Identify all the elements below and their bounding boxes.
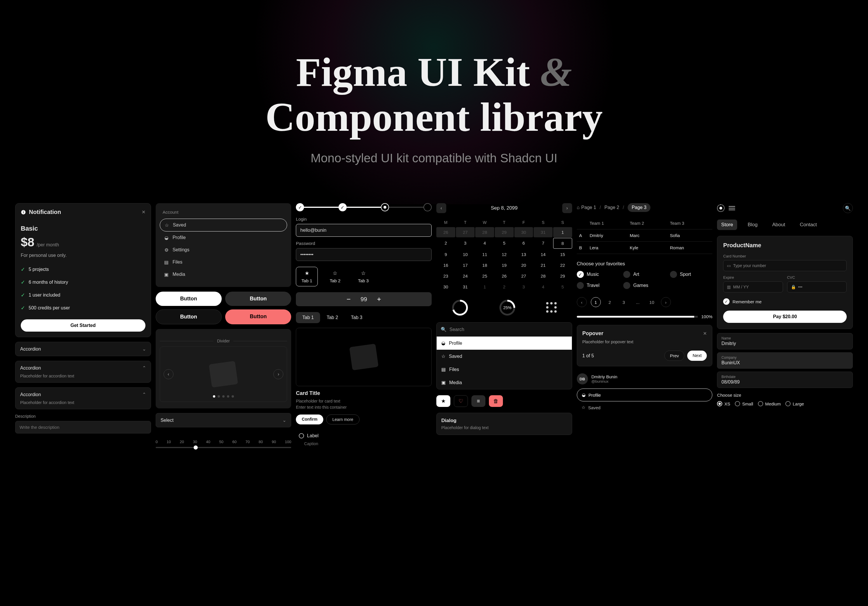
expire-input[interactable]: ▥MM / YY (723, 281, 783, 292)
calendar-day[interactable]: 2 (495, 282, 514, 292)
delete-button[interactable]: 🗑 (489, 395, 503, 407)
calendar-day[interactable]: 29 (553, 271, 572, 281)
calendar-day[interactable]: 11 (475, 249, 494, 260)
calendar-day[interactable]: 18 (475, 260, 494, 270)
calendar-day[interactable]: 30 (436, 282, 455, 292)
calendar-day[interactable]: 24 (456, 271, 475, 281)
pagination-page[interactable]: 1 (591, 297, 601, 307)
menu-item-profile[interactable]: ◒Profile (437, 337, 572, 350)
button-white[interactable]: Button (156, 292, 222, 306)
nav-tab-contact[interactable]: Contact (795, 220, 821, 230)
pagination-page[interactable]: 3 (619, 297, 629, 307)
calendar-day[interactable]: 15 (553, 249, 572, 260)
cvc-input[interactable]: 🔒••• (787, 281, 847, 292)
button-coral[interactable]: Button (225, 309, 291, 324)
calendar-day[interactable]: 26 (495, 271, 514, 281)
nav-tab-about[interactable]: About (768, 220, 789, 230)
menu-button[interactable]: ≡ (471, 395, 485, 407)
calendar-prev-button[interactable]: ‹ (436, 203, 446, 213)
name-field[interactable]: Name Dmitriy (717, 333, 853, 349)
increment-button[interactable]: + (377, 295, 381, 303)
account-item-profile[interactable]: ◒Profile (160, 232, 287, 244)
text-tab-2[interactable]: Tab 2 (320, 312, 344, 323)
nav-tab-store[interactable]: Store (717, 220, 737, 230)
card-number-input[interactable]: ▭Type your number (723, 260, 847, 271)
calendar-day[interactable]: 27 (456, 227, 475, 237)
breadcrumb-item[interactable]: ⌂Page 1 (577, 205, 596, 210)
close-icon[interactable]: ✕ (703, 331, 707, 336)
calendar-day[interactable]: 29 (495, 227, 514, 237)
button-black[interactable]: Button (156, 309, 222, 324)
calendar-day[interactable]: 6 (514, 238, 533, 249)
calendar-day[interactable]: 17 (456, 260, 475, 270)
calendar-day[interactable]: 31 (533, 227, 553, 237)
step-current[interactable] (381, 203, 389, 211)
calendar-day[interactable]: 28 (475, 227, 494, 237)
calendar-day[interactable]: 12 (495, 249, 514, 260)
breadcrumb-item-current[interactable]: Page 3 (628, 203, 651, 212)
favorite-checkbox-art[interactable]: Art (623, 271, 666, 278)
hamburger-menu-button[interactable] (728, 206, 735, 210)
pagination-next-button[interactable]: › (661, 297, 671, 307)
tab-1[interactable]: ★Tab 1 (296, 267, 318, 286)
text-tab-3[interactable]: Tab 3 (345, 312, 369, 323)
calendar-day[interactable]: 3 (456, 238, 475, 249)
breadcrumb-item[interactable]: Page 2 (604, 205, 620, 210)
favorite-checkbox-games[interactable]: Games (623, 282, 666, 289)
favorite-checkbox-sport[interactable]: Sport (670, 271, 713, 278)
tab-3[interactable]: ☆Tab 3 (352, 267, 374, 286)
calendar-day[interactable]: 20 (514, 260, 533, 270)
calendar-day[interactable]: 22 (553, 260, 572, 270)
calendar-day[interactable]: 7 (533, 238, 553, 249)
pagination-page[interactable]: 10 (647, 297, 657, 307)
calendar-day[interactable]: 9 (436, 249, 455, 260)
step-pending[interactable] (423, 203, 432, 211)
calendar-day[interactable]: 14 (533, 249, 553, 260)
text-tab-1[interactable]: Tab 1 (296, 312, 320, 323)
menu-item-media[interactable]: ▣Media (437, 376, 572, 389)
calendar-next-button[interactable]: › (562, 203, 572, 213)
accordion-closed[interactable]: Accordion⌄ (15, 342, 151, 356)
menu-item-saved[interactable]: ☆Saved (437, 350, 572, 363)
password-input[interactable]: •••••••• (296, 248, 432, 261)
close-icon[interactable]: ✕ (142, 209, 146, 215)
calendar-day[interactable]: 28 (533, 271, 553, 281)
account-item-saved[interactable]: ☆Saved (160, 219, 287, 232)
calendar-day[interactable]: 10 (456, 249, 475, 260)
account-item-files[interactable]: ▤Files (160, 256, 287, 268)
like-button[interactable]: ♡ (454, 395, 468, 407)
calendar-day[interactable]: 16 (436, 260, 455, 270)
size-option-small[interactable]: Small (735, 401, 753, 407)
calendar-day[interactable]: 4 (475, 238, 494, 249)
select-dropdown[interactable]: Select⌄ (156, 413, 291, 427)
pagination-page[interactable]: 2 (605, 297, 615, 307)
slider-track[interactable] (577, 316, 698, 318)
calendar-day[interactable]: 30 (514, 227, 533, 237)
size-option-medium[interactable]: Medium (758, 401, 781, 407)
calendar-day[interactable]: 26 (436, 227, 455, 237)
search-input[interactable]: 🔍 Search (437, 323, 572, 337)
nav-tab-blog[interactable]: Blog (744, 220, 762, 230)
description-input[interactable]: Write the description (15, 421, 151, 433)
user-menu-profile[interactable]: ◒Profile (577, 388, 713, 401)
size-option-large[interactable]: Large (785, 401, 804, 407)
calendar-day[interactable]: 2 (436, 238, 455, 249)
decrement-button[interactable]: − (347, 295, 351, 303)
carousel-dots[interactable] (213, 395, 234, 397)
favorite-checkbox-music[interactable]: ✓Music (577, 271, 620, 278)
user-menu-saved[interactable]: ☆Saved (577, 401, 713, 414)
calendar-day[interactable]: 31 (456, 282, 475, 292)
get-started-button[interactable]: Get Started (21, 319, 146, 332)
calendar-day[interactable]: 8 (553, 238, 572, 249)
pagination-page[interactable]: ... (633, 297, 643, 307)
slider-ruler[interactable]: 0102030405060708090100 (156, 432, 291, 448)
favorite-button[interactable]: ★ (436, 395, 450, 407)
prev-button[interactable]: Prev (665, 351, 685, 361)
calendar-day[interactable]: 13 (514, 249, 533, 260)
calendar-day[interactable]: 21 (533, 260, 553, 270)
slider[interactable]: 100% (577, 314, 713, 319)
accordion-open-1[interactable]: Accordion⌃ Placeholder for accordion tex… (15, 361, 151, 383)
confirm-button[interactable]: Confirm (296, 414, 323, 424)
calendar-day[interactable]: 1 (475, 282, 494, 292)
search-button[interactable]: 🔍 (843, 203, 853, 213)
